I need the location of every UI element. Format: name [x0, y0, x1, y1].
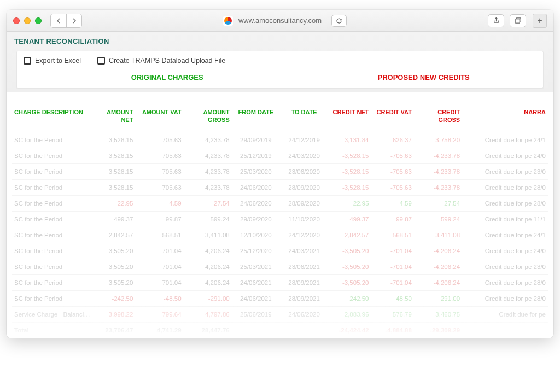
cell-cr-vat: -705.63: [371, 148, 414, 163]
table-row[interactable]: SC for the Period3,528.15705.634,233.782…: [12, 163, 548, 179]
page-title: TENANT RECONCILIATION: [14, 37, 546, 45]
cell-cr-gross: 3,460.75: [414, 306, 462, 322]
cell-from: 25/06/2019: [232, 306, 280, 322]
cell-cr-net: -499.37: [328, 211, 371, 227]
cell-cr-gross: -4,206.24: [414, 243, 462, 259]
col-narrative[interactable]: NARRA: [462, 106, 548, 132]
cell-amt-net: 3,528.15: [92, 132, 135, 148]
cell-cr-net: -3,528.15: [328, 163, 371, 179]
create-tramps-button[interactable]: Create TRAMPS Dataload Upload File: [97, 57, 225, 65]
cell-amt-vat: 705.63: [135, 148, 183, 163]
col-credit-net[interactable]: CREDIT NET: [328, 106, 371, 132]
cell-to: 28/09/2021: [280, 290, 328, 306]
cell-total-amt-net: 23,706.47: [92, 322, 135, 338]
cell-cr-net: 22.95: [328, 195, 371, 211]
col-charge-desc[interactable]: CHARGE DESCRIPTION: [12, 106, 92, 132]
cell-total-label: Total: [12, 322, 92, 338]
cell-amt-gross: 599.24: [184, 211, 232, 227]
cell-to: 23/06/2020: [280, 163, 328, 179]
col-amount-vat[interactable]: AMOUNT VAT: [135, 106, 183, 132]
cell-to: 24/12/2020: [280, 227, 328, 243]
cell-cr-gross: -4,233.78: [414, 148, 462, 163]
table-row[interactable]: SC for the Period3,505.20701.044,206.242…: [12, 274, 548, 290]
cell-amt-net: 3,528.15: [92, 179, 135, 195]
table-row[interactable]: SC for the Period2,842.57568.513,411.081…: [12, 227, 548, 243]
checkbox-icon: [97, 57, 105, 65]
share-button[interactable]: [488, 14, 504, 27]
cell-narr: Credit due for pe 28/0: [462, 195, 548, 211]
cell-from: 24/06/2020: [232, 179, 280, 195]
table-row[interactable]: SC for the Period-22.95-4.59-27.5424/06/…: [12, 195, 548, 211]
cell-narr: Credit due for pe 28/0: [462, 179, 548, 195]
cell-narr: Credit due for pe 24/0: [462, 148, 548, 163]
page-header: TENANT RECONCILIATION Export to Excel Cr…: [7, 32, 553, 92]
export-excel-button[interactable]: Export to Excel: [24, 57, 81, 65]
cell-total-cr-vat: -4,884.88: [371, 322, 414, 338]
col-from-date[interactable]: FROM DATE: [232, 106, 280, 132]
back-button[interactable]: [51, 14, 66, 27]
tabs-button[interactable]: [510, 14, 526, 27]
cell-amt-vat: 705.63: [135, 132, 183, 148]
cell-amt-net: 3,528.15: [92, 163, 135, 179]
cell-to: 11/10/2020: [280, 211, 328, 227]
cell-from: 25/03/2020: [232, 163, 280, 179]
cell-amt-net: -3,998.22: [92, 306, 135, 322]
cell-cr-vat: -701.04: [371, 259, 414, 274]
table-row[interactable]: SC for the Period3,505.20701.044,206.242…: [12, 243, 548, 259]
cell-cr-net: -3,528.15: [328, 179, 371, 195]
cell-to: 24/03/2020: [280, 148, 328, 163]
cell-to: 24/12/2019: [280, 132, 328, 148]
cell-narr: Credit due for pe 24/0: [462, 243, 548, 259]
maximize-window-button[interactable]: [35, 17, 42, 24]
table-row[interactable]: SC for the Period-242.50-48.50-291.0024/…: [12, 290, 548, 306]
create-tramps-label: Create TRAMPS Dataload Upload File: [109, 57, 225, 65]
cell-cr-gross: -4,233.78: [414, 179, 462, 195]
cell-total-cr-gross: -29,309.29: [414, 322, 462, 338]
table-row[interactable]: Service Charge - Balancing-3,998.22-799.…: [12, 306, 548, 322]
cell-narr: Credit due for pe 23/0: [462, 259, 548, 274]
cell-cr-net: -3,505.20: [328, 243, 371, 259]
cell-amt-vat: -48.50: [135, 290, 183, 306]
forward-button[interactable]: [66, 14, 81, 27]
cell-cr-net: -2,842.57: [328, 227, 371, 243]
new-tab-button[interactable]: +: [533, 14, 547, 28]
col-to-date[interactable]: TO DATE: [280, 106, 328, 132]
cell-cr-net: 242.50: [328, 290, 371, 306]
nav-buttons: [50, 14, 82, 28]
table-row[interactable]: SC for the Period3,505.20701.044,206.242…: [12, 259, 548, 274]
cell-narr: Credit due for pe 28/0: [462, 274, 548, 290]
cell-desc: SC for the Period: [12, 195, 92, 211]
cell-amt-net: 3,528.15: [92, 148, 135, 163]
cell-narr: Credit due for pe 24/1: [462, 227, 548, 243]
cell-amt-gross: 4,206.24: [184, 274, 232, 290]
table-row[interactable]: SC for the Period499.3799.87599.2429/09/…: [12, 211, 548, 227]
col-credit-gross[interactable]: CREDIT GROSS: [414, 106, 462, 132]
cell-desc: SC for the Period: [12, 259, 92, 274]
cell-cr-gross: -3,758.20: [414, 132, 462, 148]
cell-amt-net: 2,842.57: [92, 227, 135, 243]
table-row[interactable]: SC for the Period3,528.15705.634,233.782…: [12, 132, 548, 148]
address-bar[interactable]: www.amoconsultancy.com: [188, 15, 382, 27]
table-row[interactable]: SC for the Period3,528.15705.634,233.782…: [12, 148, 548, 163]
cell-desc: SC for the Period: [12, 211, 92, 227]
cell-cr-gross: 27.54: [414, 195, 462, 211]
col-amount-net[interactable]: AMOUNT NET: [92, 106, 135, 132]
cell-cr-vat: -701.04: [371, 274, 414, 290]
cell-cr-vat: -705.63: [371, 179, 414, 195]
cell-amt-gross: -27.54: [184, 195, 232, 211]
col-amount-gross[interactable]: AMOUNT GROSS: [184, 106, 232, 132]
cell-from: 24/06/2021: [232, 274, 280, 290]
window-controls: [13, 17, 42, 24]
reconciliation-table: CHARGE DESCRIPTION AMOUNT NET AMOUNT VAT…: [12, 106, 548, 338]
cell-cr-vat: 48.50: [371, 290, 414, 306]
cell-cr-vat: -705.63: [371, 163, 414, 179]
cell-amt-gross: 4,206.24: [184, 259, 232, 274]
page-toolbar: Export to Excel Create TRAMPS Dataload U…: [16, 51, 544, 89]
reload-button[interactable]: [331, 15, 347, 27]
close-window-button[interactable]: [13, 17, 20, 24]
minimize-window-button[interactable]: [24, 17, 31, 24]
col-credit-vat[interactable]: CREDIT VAT: [371, 106, 414, 132]
cell-amt-gross: 3,411.08: [184, 227, 232, 243]
table-row[interactable]: SC for the Period3,528.15705.634,233.782…: [12, 179, 548, 195]
cell-to: 24/03/2021: [280, 243, 328, 259]
